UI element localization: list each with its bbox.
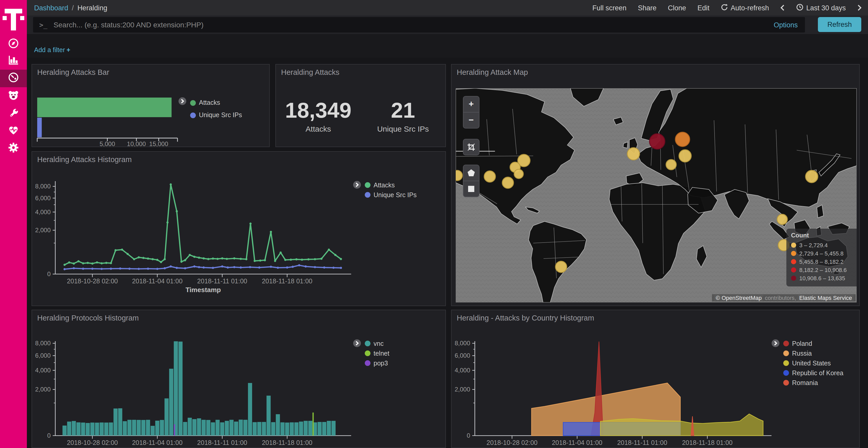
data-point[interactable] [156,268,158,270]
time-range-button[interactable]: Last 30 days [797,3,846,12]
rectangle-tool-icon[interactable] [463,181,479,197]
sidebar-item-visualize[interactable] [0,52,27,70]
bar-vnc[interactable] [322,422,326,436]
data-point[interactable] [249,266,251,268]
data-point[interactable] [176,210,178,212]
data-point[interactable] [115,249,117,251]
data-point[interactable] [249,222,251,225]
data-point[interactable] [100,262,102,264]
data-point[interactable] [166,221,168,223]
area-series-romania[interactable] [691,416,694,436]
data-point[interactable] [259,260,261,262]
bar-vnc[interactable] [123,421,127,436]
map-point[interactable] [502,177,514,188]
data-point[interactable] [96,262,98,264]
legend-toggle-icon[interactable] [771,339,780,347]
data-point[interactable] [340,267,342,269]
bar-vnc[interactable] [95,423,99,436]
polygon-tool-icon[interactable] [463,165,479,181]
bar-vnc[interactable] [271,422,275,436]
legend-item-attacks[interactable]: Attacks [365,180,417,190]
osm-link[interactable]: © OpenStreetMap [714,295,764,301]
data-point[interactable] [286,266,288,268]
data-point[interactable] [198,256,200,259]
zoom-out-button[interactable]: − [463,112,479,128]
legend-toggle-icon[interactable] [353,339,361,347]
bar-vnc[interactable] [206,420,210,436]
map-point[interactable] [484,171,495,182]
bar-vnc[interactable] [90,422,95,436]
data-point[interactable] [147,268,149,270]
data-point[interactable] [138,256,140,258]
sidebar-item-monitoring[interactable] [0,122,27,140]
bar-unique-src-ips[interactable] [37,118,42,137]
bar-vnc[interactable] [114,409,118,436]
data-point[interactable] [133,258,135,260]
crop-icon[interactable] [463,139,479,155]
legend-item-unique-src-ips[interactable]: Unique Src IPs [190,109,242,121]
data-point[interactable] [334,254,336,256]
data-point[interactable] [110,262,112,264]
data-point[interactable] [298,264,300,266]
data-point[interactable] [64,264,66,266]
panel-title[interactable]: Heralding Attacks Histogram [37,156,132,164]
time-back-button[interactable] [780,5,785,11]
auto-refresh-button[interactable]: Auto-refresh [721,3,769,12]
sidebar-item-discover[interactable] [0,36,27,53]
bar-vnc[interactable] [100,422,104,436]
bar-vnc[interactable] [220,422,224,436]
data-point[interactable] [333,267,335,269]
data-point[interactable] [290,259,292,261]
sidebar-item-tpot[interactable] [0,88,27,105]
zoom-in-button[interactable]: + [463,97,479,112]
bar-vnc[interactable] [211,422,215,436]
data-point[interactable] [221,265,223,267]
bar-vnc[interactable] [151,426,155,436]
bar-vnc[interactable] [234,422,238,436]
bar-vnc[interactable] [299,422,303,436]
bar-vnc[interactable] [257,422,261,436]
bar-vnc[interactable] [248,383,252,436]
map-point[interactable] [679,150,691,162]
data-point[interactable] [147,257,149,260]
data-point[interactable] [87,262,89,264]
data-point[interactable] [274,260,276,262]
data-point[interactable] [184,259,186,261]
legend-item-vnc[interactable]: vnc [365,339,389,348]
data-point[interactable] [301,259,303,261]
data-point[interactable] [110,268,112,270]
full-screen-button[interactable]: Full screen [592,4,626,12]
data-point[interactable] [156,259,158,261]
clone-button[interactable]: Clone [668,4,686,12]
data-point[interactable] [226,258,228,260]
protocols-histogram-chart[interactable]: 02,0004,0006,0008,0002018-10-28 02:00201… [32,310,445,448]
data-point[interactable] [100,268,102,270]
bar-vnc[interactable] [294,422,299,436]
bar-vnc[interactable] [285,422,289,436]
bar-vnc[interactable] [160,420,164,436]
data-point[interactable] [221,257,223,260]
bar-vnc[interactable] [188,418,192,436]
bar-vnc[interactable] [327,421,331,436]
panel-title[interactable]: Heralding Protocols Histogram [37,314,139,322]
bar-vnc[interactable] [281,422,285,436]
bar-vnc[interactable] [262,422,266,436]
bar-vnc[interactable] [174,341,178,436]
panel-title[interactable]: Heralding Attacks [281,68,339,76]
bar-vnc[interactable] [141,420,146,436]
map-point[interactable] [666,160,676,170]
panel-title[interactable]: Heralding Attacks Bar [37,68,109,76]
map-point[interactable] [627,148,640,160]
data-point[interactable] [184,267,186,269]
data-point[interactable] [198,266,200,268]
legend-item-united-states[interactable]: United States [783,358,843,368]
map-point[interactable] [675,132,690,146]
data-point[interactable] [142,257,145,259]
legend-item-telnet[interactable]: telnet [365,348,389,358]
bar-vnc[interactable] [289,422,294,436]
data-point[interactable] [292,266,294,268]
data-point[interactable] [307,258,309,261]
bar-vnc[interactable] [118,408,122,436]
data-point[interactable] [121,248,123,250]
bar-vnc[interactable] [202,420,206,436]
